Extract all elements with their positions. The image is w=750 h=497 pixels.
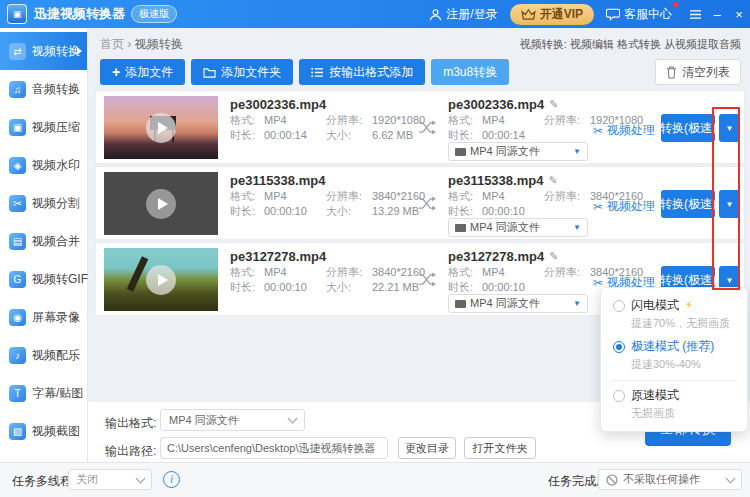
convert-button[interactable]: 转换(极速) <box>661 190 715 218</box>
output-filename: pe3127278.mp4 ✎ <box>448 249 558 264</box>
app-logo-icon: ▣ <box>7 4 27 24</box>
output-format-select[interactable]: MP4 同源文件 <box>160 409 305 431</box>
play-icon[interactable] <box>146 189 176 219</box>
breadcrumb-home[interactable]: 首页 <box>100 37 124 51</box>
video-to-gif-icon: G <box>9 271 26 288</box>
play-icon[interactable] <box>146 265 176 295</box>
crown-icon <box>521 9 536 20</box>
sidebar-item-video-watermark[interactable]: ◈ 视频水印 <box>0 146 87 184</box>
pencil-icon[interactable]: ✎ <box>549 250 558 263</box>
menu-divider <box>611 380 737 381</box>
radio-unselected-icon[interactable] <box>613 390 625 402</box>
menu-item-flash-mode[interactable]: 闪电模式 ⚡ 提速70%，无损画质 <box>601 295 747 336</box>
video-process-link[interactable]: ✂ 视频处理 <box>593 198 655 215</box>
sidebar-item-video-merge[interactable]: ▤ 视频合并 <box>0 222 87 260</box>
menu-item-fast-mode[interactable]: 极速模式 (推荐) 提速30%-40% <box>601 336 747 377</box>
sidebar-item-screen-record[interactable]: ◉ 屏幕录像 <box>0 298 87 336</box>
source-filename: pe3002336.mp4 <box>230 97 326 112</box>
video-thumbnail[interactable] <box>104 96 218 159</box>
menu-button[interactable] <box>684 0 706 28</box>
video-music-icon: ♪ <box>9 347 26 364</box>
output-profile-select[interactable]: MP4 同源文件 ▼ <box>448 294 588 313</box>
minimize-button[interactable]: – <box>706 0 728 28</box>
after-task-select[interactable]: 不采取任何操作 <box>598 469 742 490</box>
sidebar-item-video-music[interactable]: ♪ 视频配乐 <box>0 336 87 374</box>
convert-mode-dropdown-button[interactable]: ▼ <box>719 190 740 218</box>
multithread-select[interactable]: 关闭 <box>68 469 152 490</box>
output-format-label: 输出格式: <box>105 415 156 432</box>
vip-button[interactable]: 开通VIP <box>510 4 594 25</box>
source-filename: pe3127278.mp4 <box>230 249 326 264</box>
sidebar-item-video-snapshot[interactable]: ▧ 视频截图 <box>0 412 87 450</box>
caret-down-icon: ▼ <box>726 200 734 209</box>
video-convert-icon: ⇄ <box>9 43 26 60</box>
sidebar-item-subtitle-sticker[interactable]: T 字幕/贴图 <box>0 374 87 412</box>
convert-button[interactable]: 转换(极速) <box>661 114 715 142</box>
video-snapshot-icon: ▧ <box>9 423 26 440</box>
output-filename: pe3115338.mp4 ✎ <box>448 173 558 188</box>
radio-unselected-icon[interactable] <box>613 300 625 312</box>
trash-icon <box>666 66 677 79</box>
sidebar-item-video-split[interactable]: ✂ 视频分割 <box>0 184 87 222</box>
customer-service-button[interactable]: 客服中心 <box>606 6 672 23</box>
thumbnail-art <box>127 256 149 292</box>
breadcrumb: 首页 › 视频转换 <box>100 36 183 53</box>
shuffle-icon <box>418 196 436 211</box>
app-title: 迅捷视频转换器 <box>34 5 125 23</box>
clear-list-button[interactable]: 清空列表 <box>655 59 741 85</box>
info-icon[interactable]: i <box>163 471 180 488</box>
video-split-icon: ✂ <box>9 195 26 212</box>
feature-tip-text: 视频转换: 视频编辑 格式转换 从视频提取音频 <box>520 37 741 52</box>
video-thumbnail[interactable] <box>104 172 218 235</box>
add-folder-button[interactable]: 添加文件夹 <box>191 59 293 85</box>
login-button[interactable]: 注册/登录 <box>429 6 497 23</box>
sidebar-item-video-to-gif[interactable]: G 视频转GIF <box>0 260 87 298</box>
open-folder-button[interactable]: 打开文件夹 <box>464 437 536 459</box>
video-merge-icon: ▤ <box>9 233 26 250</box>
caret-down-icon: ▼ <box>573 300 581 308</box>
caret-down-icon: ▼ <box>573 148 581 156</box>
radio-selected-icon[interactable] <box>613 341 625 353</box>
pencil-icon[interactable]: ✎ <box>548 174 557 187</box>
output-profile-select[interactable]: MP4 同源文件 ▼ <box>448 218 588 237</box>
pencil-icon[interactable]: ✎ <box>549 98 558 111</box>
video-compress-icon: ▣ <box>9 119 26 136</box>
menu-item-original-speed-mode[interactable]: 原速模式 无损画质 <box>601 385 747 426</box>
status-bar: 任务多线程 关闭 i 任务完成后 不采取任何操作 <box>0 462 750 497</box>
edition-badge: 极速版 <box>131 5 177 23</box>
file-row: pe3115338.mp4 格式:MP4分辨率:3840*2160 时长:00:… <box>95 166 745 240</box>
lightning-icon: ⚡ <box>685 299 693 312</box>
sidebar-item-video-convert[interactable]: ⇄ 视频转换 <box>0 32 87 70</box>
folder-icon <box>203 67 216 78</box>
list-icon <box>311 67 324 78</box>
chevron-down-icon <box>288 414 298 424</box>
change-directory-button[interactable]: 更改目录 <box>398 437 456 459</box>
play-icon[interactable] <box>146 113 176 143</box>
caret-down-icon: ▼ <box>573 224 581 232</box>
add-by-format-button[interactable]: 按输出格式添加 <box>299 59 425 85</box>
sidebar-item-video-compress[interactable]: ▣ 视频压缩 <box>0 108 87 146</box>
output-profile-select[interactable]: MP4 同源文件 ▼ <box>448 142 588 161</box>
scissors-icon: ✂ <box>593 124 603 138</box>
video-thumbnail[interactable] <box>104 248 218 311</box>
m3u8-convert-button[interactable]: m3u8转换 <box>431 59 509 85</box>
close-button[interactable]: × <box>728 0 750 28</box>
breadcrumb-current: 视频转换 <box>135 37 183 51</box>
add-file-button[interactable]: + 添加文件 <box>100 59 185 85</box>
convert-mode-dropdown-button[interactable]: ▼ <box>719 114 740 142</box>
chevron-down-icon <box>136 473 146 483</box>
output-path-label: 输出路径: <box>105 443 156 460</box>
shuffle-icon <box>418 272 436 287</box>
titlebar: ▣ 迅捷视频转换器 极速版 注册/登录 开通VIP 客服中心 – × <box>0 0 750 28</box>
chevron-down-icon <box>726 473 736 483</box>
video-process-link[interactable]: ✂ 视频处理 <box>593 122 655 139</box>
source-meta: 格式:MP4分辨率:3840*2160 时长:00:00:10大小:22.21 … <box>230 265 425 295</box>
output-path-input[interactable] <box>160 437 388 459</box>
speed-mode-menu: 闪电模式 ⚡ 提速70%，无损画质 极速模式 (推荐) 提速30%-40% 原速… <box>600 287 748 432</box>
audio-convert-icon: ♫ <box>9 81 26 98</box>
subtitle-sticker-icon: T <box>9 385 26 402</box>
film-icon <box>455 224 466 232</box>
chat-icon <box>606 8 620 21</box>
source-meta: 格式:MP4分辨率:1920*1080 时长:00:00:14大小:6.62 M… <box>230 113 425 143</box>
sidebar-item-audio-convert[interactable]: ♫ 音频转换 <box>0 70 87 108</box>
